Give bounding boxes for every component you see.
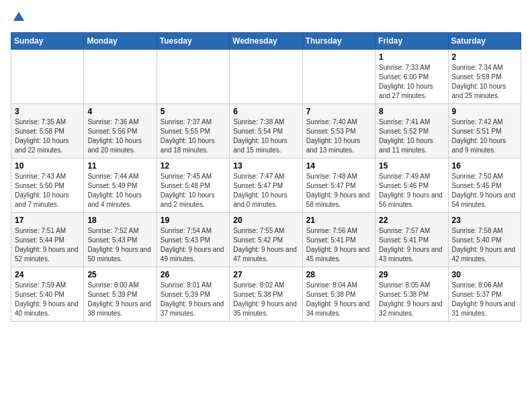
day-header-wednesday: Wednesday	[230, 33, 302, 50]
day-cell: 5Sunrise: 7:37 AM Sunset: 5:55 PM Daylig…	[157, 104, 229, 158]
day-info: Sunrise: 7:36 AM Sunset: 5:56 PM Dayligh…	[87, 118, 152, 155]
logo	[11, 11, 26, 24]
day-number: 9	[452, 107, 517, 116]
day-cell	[84, 50, 157, 104]
day-info: Sunrise: 7:52 AM Sunset: 5:43 PM Dayligh…	[87, 226, 152, 264]
day-cell: 21Sunrise: 7:56 AM Sunset: 5:41 PM Dayli…	[302, 213, 375, 267]
day-info: Sunrise: 8:00 AM Sunset: 5:39 PM Dayligh…	[87, 281, 152, 318]
day-number: 13	[233, 161, 298, 171]
day-cell	[230, 50, 302, 104]
day-number: 26	[161, 270, 226, 279]
day-cell: 1Sunrise: 7:33 AM Sunset: 6:00 PM Daylig…	[375, 50, 448, 104]
day-info: Sunrise: 7:35 AM Sunset: 5:58 PM Dayligh…	[15, 118, 80, 155]
day-info: Sunrise: 8:02 AM Sunset: 5:38 PM Dayligh…	[233, 281, 298, 318]
logo-icon	[12, 11, 26, 24]
day-number: 11	[87, 161, 152, 171]
day-number: 27	[233, 270, 298, 279]
day-number: 30	[452, 270, 517, 279]
day-info: Sunrise: 8:01 AM Sunset: 5:39 PM Dayligh…	[161, 281, 226, 318]
day-number: 15	[379, 161, 444, 171]
day-header-thursday: Thursday	[302, 33, 375, 50]
day-number: 10	[15, 161, 80, 171]
day-number: 24	[15, 270, 80, 279]
day-cell: 16Sunrise: 7:50 AM Sunset: 5:45 PM Dayli…	[448, 158, 521, 213]
day-cell: 7Sunrise: 7:40 AM Sunset: 5:53 PM Daylig…	[302, 104, 375, 158]
day-info: Sunrise: 7:37 AM Sunset: 5:55 PM Dayligh…	[161, 118, 226, 155]
day-info: Sunrise: 7:42 AM Sunset: 5:51 PM Dayligh…	[452, 118, 517, 155]
day-cell: 8Sunrise: 7:41 AM Sunset: 5:52 PM Daylig…	[375, 104, 448, 158]
week-row-2: 3Sunrise: 7:35 AM Sunset: 5:58 PM Daylig…	[11, 104, 521, 158]
day-number: 18	[87, 216, 152, 225]
day-cell: 18Sunrise: 7:52 AM Sunset: 5:43 PM Dayli…	[84, 213, 157, 267]
day-info: Sunrise: 7:59 AM Sunset: 5:40 PM Dayligh…	[15, 281, 80, 318]
day-cell: 27Sunrise: 8:02 AM Sunset: 5:38 PM Dayli…	[230, 267, 302, 322]
calendar-header-row: SundayMondayTuesdayWednesdayThursdayFrid…	[11, 33, 521, 50]
day-cell	[302, 50, 375, 104]
day-info: Sunrise: 7:34 AM Sunset: 5:59 PM Dayligh…	[452, 63, 517, 101]
day-number: 21	[306, 216, 371, 225]
day-info: Sunrise: 7:38 AM Sunset: 5:54 PM Dayligh…	[233, 118, 298, 155]
day-number: 29	[379, 270, 444, 279]
day-cell: 23Sunrise: 7:58 AM Sunset: 5:40 PM Dayli…	[448, 213, 521, 267]
day-cell: 22Sunrise: 7:57 AM Sunset: 5:41 PM Dayli…	[375, 213, 448, 267]
day-cell: 25Sunrise: 8:00 AM Sunset: 5:39 PM Dayli…	[84, 267, 157, 322]
week-row-3: 10Sunrise: 7:43 AM Sunset: 5:50 PM Dayli…	[11, 158, 521, 213]
day-cell: 11Sunrise: 7:44 AM Sunset: 5:49 PM Dayli…	[84, 158, 157, 213]
day-info: Sunrise: 8:06 AM Sunset: 5:37 PM Dayligh…	[452, 281, 517, 318]
day-header-tuesday: Tuesday	[157, 33, 229, 50]
day-info: Sunrise: 8:04 AM Sunset: 5:38 PM Dayligh…	[306, 281, 371, 318]
day-cell: 17Sunrise: 7:51 AM Sunset: 5:44 PM Dayli…	[11, 213, 84, 267]
day-cell: 13Sunrise: 7:47 AM Sunset: 5:47 PM Dayli…	[230, 158, 302, 213]
day-cell	[157, 50, 229, 104]
day-cell: 12Sunrise: 7:45 AM Sunset: 5:48 PM Dayli…	[157, 158, 229, 213]
day-number: 20	[233, 216, 298, 225]
day-info: Sunrise: 7:48 AM Sunset: 5:47 PM Dayligh…	[306, 172, 371, 210]
day-number: 4	[87, 107, 152, 116]
day-info: Sunrise: 7:41 AM Sunset: 5:52 PM Dayligh…	[379, 118, 444, 155]
day-info: Sunrise: 7:55 AM Sunset: 5:42 PM Dayligh…	[233, 226, 298, 264]
day-number: 1	[379, 52, 444, 62]
day-number: 5	[161, 107, 226, 116]
day-number: 2	[452, 52, 517, 62]
day-cell: 24Sunrise: 7:59 AM Sunset: 5:40 PM Dayli…	[11, 267, 84, 322]
day-cell: 19Sunrise: 7:54 AM Sunset: 5:43 PM Dayli…	[157, 213, 229, 267]
day-info: Sunrise: 7:44 AM Sunset: 5:49 PM Dayligh…	[87, 172, 152, 210]
day-cell: 26Sunrise: 8:01 AM Sunset: 5:39 PM Dayli…	[157, 267, 229, 322]
day-info: Sunrise: 7:47 AM Sunset: 5:47 PM Dayligh…	[233, 172, 298, 210]
day-info: Sunrise: 7:43 AM Sunset: 5:50 PM Dayligh…	[15, 172, 80, 210]
day-info: Sunrise: 7:45 AM Sunset: 5:48 PM Dayligh…	[161, 172, 226, 210]
day-info: Sunrise: 7:49 AM Sunset: 5:46 PM Dayligh…	[379, 172, 444, 210]
day-info: Sunrise: 7:50 AM Sunset: 5:45 PM Dayligh…	[452, 172, 517, 210]
day-number: 28	[306, 270, 371, 279]
day-number: 23	[452, 216, 517, 225]
day-info: Sunrise: 8:05 AM Sunset: 5:38 PM Dayligh…	[379, 281, 444, 318]
day-cell: 14Sunrise: 7:48 AM Sunset: 5:47 PM Dayli…	[302, 158, 375, 213]
day-number: 22	[379, 216, 444, 225]
week-row-4: 17Sunrise: 7:51 AM Sunset: 5:44 PM Dayli…	[11, 213, 521, 267]
day-number: 8	[379, 107, 444, 116]
day-cell: 20Sunrise: 7:55 AM Sunset: 5:42 PM Dayli…	[230, 213, 302, 267]
day-cell: 29Sunrise: 8:05 AM Sunset: 5:38 PM Dayli…	[375, 267, 448, 322]
day-number: 25	[87, 270, 152, 279]
day-number: 14	[306, 161, 371, 171]
day-number: 3	[15, 107, 80, 116]
day-info: Sunrise: 7:57 AM Sunset: 5:41 PM Dayligh…	[379, 226, 444, 264]
day-number: 12	[161, 161, 226, 171]
day-cell: 9Sunrise: 7:42 AM Sunset: 5:51 PM Daylig…	[448, 104, 521, 158]
day-cell: 15Sunrise: 7:49 AM Sunset: 5:46 PM Dayli…	[375, 158, 448, 213]
day-cell: 10Sunrise: 7:43 AM Sunset: 5:50 PM Dayli…	[11, 158, 84, 213]
day-info: Sunrise: 7:54 AM Sunset: 5:43 PM Dayligh…	[161, 226, 226, 264]
day-cell: 28Sunrise: 8:04 AM Sunset: 5:38 PM Dayli…	[302, 267, 375, 322]
day-cell: 4Sunrise: 7:36 AM Sunset: 5:56 PM Daylig…	[84, 104, 157, 158]
day-info: Sunrise: 7:56 AM Sunset: 5:41 PM Dayligh…	[306, 226, 371, 264]
day-header-monday: Monday	[84, 33, 157, 50]
day-info: Sunrise: 7:58 AM Sunset: 5:40 PM Dayligh…	[452, 226, 517, 264]
day-header-saturday: Saturday	[448, 33, 521, 50]
day-cell: 6Sunrise: 7:38 AM Sunset: 5:54 PM Daylig…	[230, 104, 302, 158]
day-number: 7	[306, 107, 371, 116]
day-info: Sunrise: 7:40 AM Sunset: 5:53 PM Dayligh…	[306, 118, 371, 155]
day-info: Sunrise: 7:33 AM Sunset: 6:00 PM Dayligh…	[379, 63, 444, 101]
calendar-table: SundayMondayTuesdayWednesdayThursdayFrid…	[11, 32, 521, 322]
day-cell: 3Sunrise: 7:35 AM Sunset: 5:58 PM Daylig…	[11, 104, 84, 158]
week-row-5: 24Sunrise: 7:59 AM Sunset: 5:40 PM Dayli…	[11, 267, 521, 322]
